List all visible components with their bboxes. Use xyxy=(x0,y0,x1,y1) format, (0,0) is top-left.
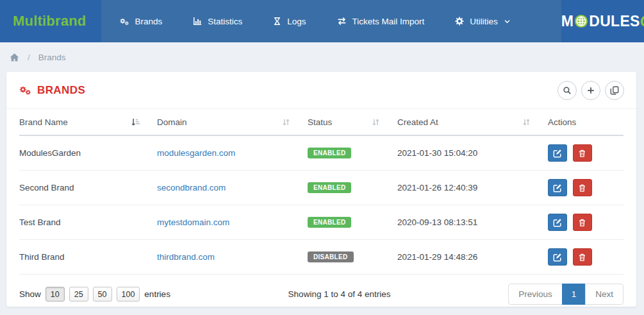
edit-icon xyxy=(553,253,562,262)
panel-header: BRANDS xyxy=(6,72,636,109)
brands-panel: BRANDS Brand Name xyxy=(6,72,636,307)
page-size-selector: Show 10 25 50 100 entries xyxy=(19,287,170,302)
add-brand-button[interactable] xyxy=(581,81,600,100)
delete-button[interactable] xyxy=(573,248,592,266)
column-label: Status xyxy=(308,117,332,127)
table-row: Test Brand mytestdomain.com ENABLED 2020… xyxy=(19,205,623,240)
edit-button[interactable] xyxy=(548,179,567,196)
domain-link[interactable]: secondbrand.com xyxy=(157,183,226,192)
brands-table-wrap: Brand Name Domain Status xyxy=(6,109,636,275)
delete-button[interactable] xyxy=(573,144,592,162)
trash-icon xyxy=(578,253,586,262)
menu-item-label: Tickets Mail Import xyxy=(352,17,425,26)
copy-button[interactable] xyxy=(605,81,624,100)
created-at-cell: 2021-01-29 14:48:26 xyxy=(397,240,548,275)
gear-icon xyxy=(455,17,464,26)
menu-item-logs[interactable]: Logs xyxy=(258,0,321,42)
brand-name-cell: Test Brand xyxy=(19,205,157,240)
status-badge: DISABLED xyxy=(308,251,354,262)
table-footer: Show 10 25 50 100 entries Showing 1 to 4… xyxy=(6,275,636,305)
sort-ascending-icon[interactable] xyxy=(131,117,140,127)
menu-item-utilities[interactable]: Utilities xyxy=(440,0,526,42)
breadcrumb-item-brands[interactable]: Brands xyxy=(38,53,66,62)
table-row: ModulesGarden modulesgarden.com ENABLED … xyxy=(19,135,623,171)
status-badge: ENABLED xyxy=(308,217,351,228)
next-page-button[interactable]: Next xyxy=(585,284,623,305)
pagination: Previous 1 Next xyxy=(508,284,623,305)
edit-icon xyxy=(553,149,562,158)
edit-icon xyxy=(553,218,562,227)
trash-icon xyxy=(578,149,586,158)
sort-icon[interactable] xyxy=(522,117,531,127)
bar-chart-icon xyxy=(193,17,202,26)
page-size-button[interactable]: 100 xyxy=(117,287,140,302)
menu-item-statistics[interactable]: Statistics xyxy=(178,0,258,42)
gears-icon xyxy=(19,85,31,95)
column-label: Actions xyxy=(548,117,576,127)
exchange-icon xyxy=(337,17,347,26)
trash-icon xyxy=(578,183,586,192)
show-label: Show xyxy=(19,289,41,299)
column-label: Domain xyxy=(157,117,187,127)
breadcrumb-separator: / xyxy=(28,53,30,62)
status-badge: ENABLED xyxy=(308,182,351,193)
created-at-cell: 2021-01-26 12:40:39 xyxy=(397,171,548,205)
edit-button[interactable] xyxy=(548,248,567,266)
menu-item-label: Utilities xyxy=(470,17,498,26)
domain-link[interactable]: mytestdomain.com xyxy=(157,217,229,227)
menu-item-brands[interactable]: Brands xyxy=(104,0,178,42)
table-header-row: Brand Name Domain Status xyxy=(19,109,623,135)
table-row: Second Brand secondbrand.com ENABLED 202… xyxy=(19,171,623,205)
previous-page-button[interactable]: Previous xyxy=(508,284,563,305)
page-size-button[interactable]: 50 xyxy=(93,287,112,302)
top-navbar: Multibrand Brands Statistics Logs Ticket… xyxy=(0,0,644,42)
column-header-status[interactable]: Status xyxy=(308,109,397,135)
page-1-button[interactable]: 1 xyxy=(562,284,586,305)
status-badge: ENABLED xyxy=(308,148,351,158)
globe-icon xyxy=(574,14,588,28)
plus-icon xyxy=(586,86,595,95)
home-icon[interactable] xyxy=(10,53,19,62)
breadcrumb: / Brands xyxy=(0,42,644,72)
sort-icon[interactable] xyxy=(281,117,291,127)
table-body: ModulesGarden modulesgarden.com ENABLED … xyxy=(19,135,623,275)
hourglass-icon xyxy=(273,17,281,26)
domain-link[interactable]: modulesgarden.com xyxy=(157,148,235,158)
brand-name-cell: Second Brand xyxy=(19,171,157,205)
domain-link[interactable]: thirdbrand.com xyxy=(157,252,215,262)
column-header-brand-name[interactable]: Brand Name xyxy=(19,109,157,135)
created-at-cell: 2020-09-13 08:13:51 xyxy=(397,205,548,240)
chevron-down-icon xyxy=(504,18,511,25)
modulesgarden-logo: MDULESGarden xyxy=(561,0,644,42)
page-title-label: BRANDS xyxy=(37,84,85,97)
app-brand[interactable]: Multibrand xyxy=(0,0,101,42)
edit-icon xyxy=(553,183,562,192)
delete-button[interactable] xyxy=(573,214,592,231)
page-size-button[interactable]: 25 xyxy=(69,287,88,302)
brand-name-cell: Third Brand xyxy=(19,240,157,275)
table-row: Third Brand thirdbrand.com DISABLED 2021… xyxy=(19,240,623,275)
column-label: Brand Name xyxy=(19,117,68,127)
edit-button[interactable] xyxy=(548,214,567,231)
brand-name-cell: ModulesGarden xyxy=(19,135,157,171)
search-button[interactable] xyxy=(557,81,577,100)
logo-text-garden: Garden xyxy=(640,13,644,30)
main-menu: Brands Statistics Logs Tickets Mail Impo… xyxy=(101,0,561,42)
search-icon xyxy=(563,86,572,95)
sort-icon[interactable] xyxy=(371,117,381,127)
entries-summary: Showing 1 to 4 of 4 entries xyxy=(288,289,391,299)
edit-button[interactable] xyxy=(548,144,567,162)
menu-item-label: Logs xyxy=(287,17,306,26)
menu-item-tickets-mail-import[interactable]: Tickets Mail Import xyxy=(322,0,440,42)
page-size-button[interactable]: 10 xyxy=(45,287,65,302)
entries-label: entries xyxy=(144,289,170,299)
column-header-domain[interactable]: Domain xyxy=(157,109,308,135)
panel-toolbar xyxy=(557,81,624,100)
menu-item-label: Statistics xyxy=(208,17,242,26)
menu-item-label: Brands xyxy=(135,17,162,26)
logo-text: M xyxy=(561,13,574,30)
column-header-created-at[interactable]: Created At xyxy=(397,109,548,135)
brands-table: Brand Name Domain Status xyxy=(19,109,623,275)
delete-button[interactable] xyxy=(573,179,592,196)
trash-icon xyxy=(578,218,586,227)
